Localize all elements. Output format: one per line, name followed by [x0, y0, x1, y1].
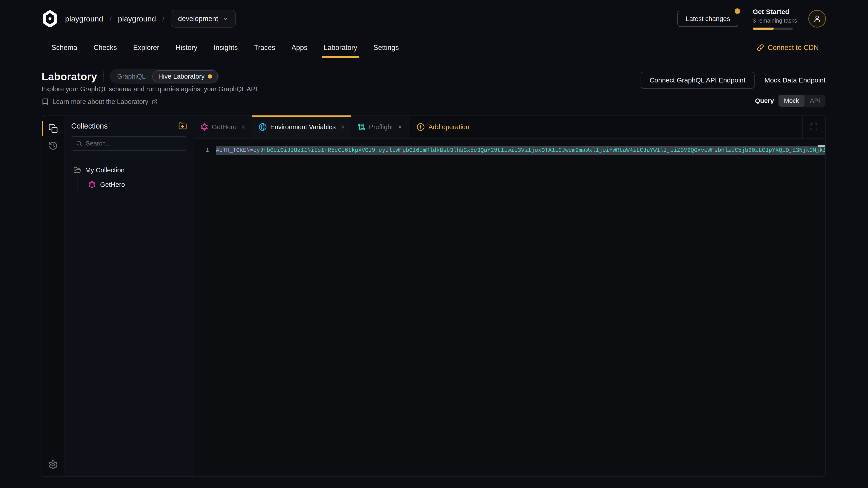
new-feature-dot: [208, 74, 212, 78]
tab-preflight[interactable]: Preflight ×: [351, 116, 408, 138]
rail-history-button[interactable]: [42, 137, 64, 154]
breadcrumb: playground / playground / development: [65, 0, 236, 37]
target-selector-dropdown[interactable]: development: [170, 10, 236, 28]
gear-icon: [48, 460, 58, 470]
plus-circle-icon: [416, 123, 425, 131]
mode-option-hive-laboratory[interactable]: Hive Laboratory: [152, 70, 218, 83]
get-started-title: Get Started: [753, 8, 794, 15]
graphql-icon: [88, 181, 96, 189]
get-started-progress-fill: [753, 28, 774, 30]
fullscreen-button[interactable]: [802, 116, 825, 138]
mock-data-endpoint-button[interactable]: Mock Data Endpoint: [765, 76, 826, 84]
nav-tab-apps[interactable]: Apps: [291, 37, 307, 58]
tree-operation-gethero[interactable]: GetHero: [64, 177, 194, 192]
get-started-widget[interactable]: Get Started 3 remaining tasks: [753, 8, 794, 30]
nav-tab-insights[interactable]: Insights: [214, 37, 238, 58]
search-icon: [76, 140, 83, 147]
scrollbar-thumb[interactable]: [818, 145, 825, 147]
nav-tab-laboratory[interactable]: Laboratory: [324, 37, 357, 58]
page-title-row: Laboratory GraphiQL Hive Laboratory: [41, 69, 219, 84]
notification-dot: [735, 8, 740, 14]
latest-changes-button[interactable]: Latest changes: [677, 11, 738, 27]
query-mode-segmented-control: Mock API: [778, 95, 826, 107]
target-selector-value: development: [178, 15, 218, 23]
laboratory-panel: Collections My Collection GetHero GetHe: [41, 115, 826, 477]
link-icon: [757, 44, 764, 51]
selected-code-text: AUTH_TOKEN=eyJhbGciOiJIUzI1NiIsInR5cCI6I…: [216, 146, 825, 155]
endpoint-buttons: Connect GraphQL API Endpoint Mock Data E…: [641, 72, 826, 89]
rail-active-indicator: [42, 121, 43, 136]
external-link-icon: [152, 99, 158, 105]
operation-tabbar: GetHero × Environment Variables × Prefli…: [194, 116, 825, 139]
query-mode-mock[interactable]: Mock: [778, 95, 804, 107]
breadcrumb-separator: /: [110, 14, 112, 23]
app-header: playground / playground / development La…: [0, 0, 868, 37]
script-icon: [358, 123, 365, 131]
hive-logo-icon[interactable]: [41, 10, 58, 27]
query-label: Query: [755, 97, 774, 105]
tree-guide-line: [78, 175, 78, 190]
latest-changes-label: Latest changes: [686, 15, 730, 23]
book-icon: [41, 98, 49, 105]
query-mode-api[interactable]: API: [804, 95, 826, 107]
folder-open-icon: [73, 166, 81, 174]
history-icon: [49, 141, 58, 151]
chevron-down-icon: [222, 15, 228, 22]
breadcrumb-project[interactable]: playground: [118, 14, 156, 23]
connect-graphql-endpoint-button[interactable]: Connect GraphQL API Endpoint: [641, 72, 754, 89]
mode-option-graphiql[interactable]: GraphiQL: [111, 70, 153, 83]
page-title: Laboratory: [41, 70, 97, 83]
nav-tab-schema[interactable]: Schema: [52, 37, 77, 58]
nav-tab-history[interactable]: History: [176, 37, 197, 58]
close-tab-icon[interactable]: ×: [341, 123, 344, 131]
collections-title: Collections: [71, 122, 107, 130]
env-var-value: eyJhbGciOiJIUzI1NiIsInR5cCI6IkpXVCJ9.eyJ…: [253, 147, 825, 154]
tab-environment-variables[interactable]: Environment Variables ×: [252, 116, 351, 138]
collections-tree: My Collection GetHero: [64, 157, 194, 192]
rail-collections-button[interactable]: [42, 120, 64, 137]
close-tab-icon[interactable]: ×: [242, 123, 246, 131]
active-tab-underline: [322, 56, 359, 58]
graphql-icon: [200, 123, 208, 131]
environment-variables-editor[interactable]: 1 AUTH_TOKEN=eyJhbGciOiJIUzI1NiIsInR5cCI…: [194, 139, 825, 477]
laboratory-mode-toggle: GraphiQL Hive Laboratory: [110, 69, 219, 84]
settings-gear-button[interactable]: [48, 460, 58, 470]
close-tab-icon[interactable]: ×: [398, 123, 402, 131]
sidebar-icon-rail: [42, 116, 64, 477]
globe-icon: [258, 123, 267, 131]
env-var-name: AUTH_TOKEN=: [216, 147, 253, 154]
page-subtitle: Explore your GraphQL schema and run quer…: [41, 86, 259, 93]
add-operation-button[interactable]: Add operation: [408, 116, 477, 138]
collections-search[interactable]: [71, 136, 187, 151]
user-avatar[interactable]: [808, 10, 826, 28]
fullscreen-icon: [810, 123, 818, 131]
learn-more-link[interactable]: Learn more about the Laboratory: [41, 98, 158, 105]
query-mode-row: Query Mock API: [755, 95, 826, 107]
main-nav: Schema Checks Explorer History Insights …: [0, 37, 868, 58]
add-collection-folder-icon[interactable]: [178, 122, 187, 130]
breadcrumb-org[interactable]: playground: [65, 14, 103, 23]
code-line-1: 1 AUTH_TOKEN=eyJhbGciOiJIUzI1NiIsInR5cCI…: [194, 146, 825, 155]
collections-panel: Collections My Collection GetHero: [64, 116, 194, 477]
tree-folder-my-collection[interactable]: My Collection: [64, 163, 194, 177]
line-number: 1: [194, 146, 216, 155]
nav-tab-checks[interactable]: Checks: [94, 37, 117, 58]
search-input[interactable]: [86, 140, 182, 147]
nav-tab-traces[interactable]: Traces: [254, 37, 275, 58]
breadcrumb-separator: /: [162, 14, 164, 23]
nav-tab-settings[interactable]: Settings: [373, 37, 399, 58]
person-icon: [813, 14, 822, 23]
connect-to-cdn-link[interactable]: Connect to CDN: [757, 43, 819, 52]
editor-column: GetHero × Environment Variables × Prefli…: [194, 116, 825, 477]
get-started-progressbar: [753, 28, 793, 30]
get-started-subtitle: 3 remaining tasks: [753, 18, 794, 24]
nav-tab-explorer[interactable]: Explorer: [133, 37, 159, 58]
collections-icon: [49, 124, 58, 133]
title-divider: [103, 71, 103, 82]
tab-gethero[interactable]: GetHero ×: [194, 116, 252, 138]
